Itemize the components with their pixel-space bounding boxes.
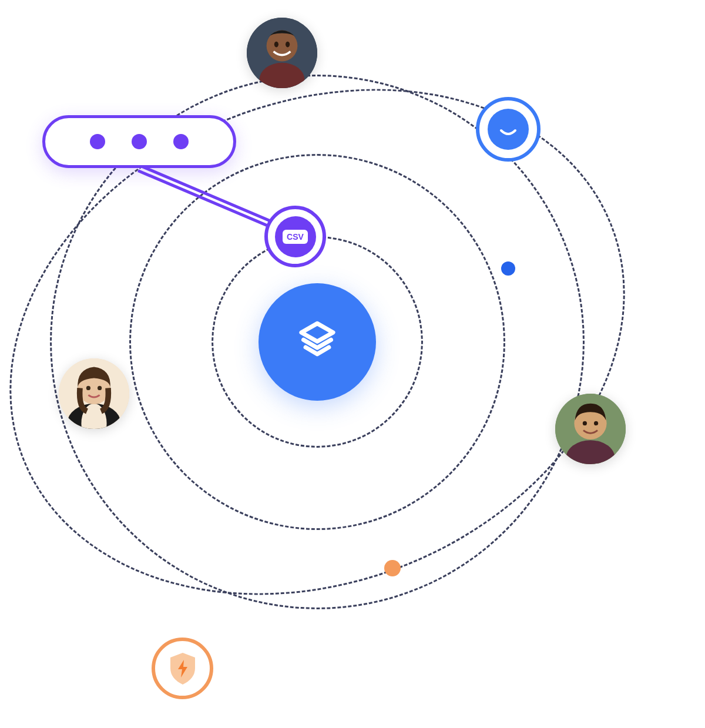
svg-point-3	[274, 42, 278, 48]
csv-file-node: CSV	[264, 206, 326, 267]
ellipsis-dot	[132, 134, 147, 149]
layers-logo-icon	[291, 316, 344, 368]
center-logo	[258, 283, 376, 401]
ellipsis-dot	[90, 134, 105, 149]
svg-point-1	[267, 31, 298, 62]
chat-smile-icon	[488, 109, 529, 150]
svg-point-15	[594, 421, 598, 425]
shield-bolt-icon	[167, 652, 198, 686]
svg-point-9	[86, 386, 90, 390]
ellipsis-pill	[42, 115, 236, 168]
svg-point-14	[583, 421, 587, 425]
blue-dot	[501, 261, 515, 276]
chat-smile-node	[476, 97, 540, 162]
avatar-person-3	[555, 394, 626, 464]
svg-point-4	[286, 42, 290, 48]
csv-label: CSV	[283, 230, 308, 244]
orange-dot	[384, 560, 401, 576]
csv-file-icon: CSV	[275, 216, 316, 257]
shield-bolt-node	[152, 638, 213, 699]
avatar-person-2	[59, 358, 129, 429]
ellipsis-dot	[173, 134, 189, 149]
svg-point-10	[98, 386, 102, 390]
avatar-person-1	[247, 18, 317, 88]
